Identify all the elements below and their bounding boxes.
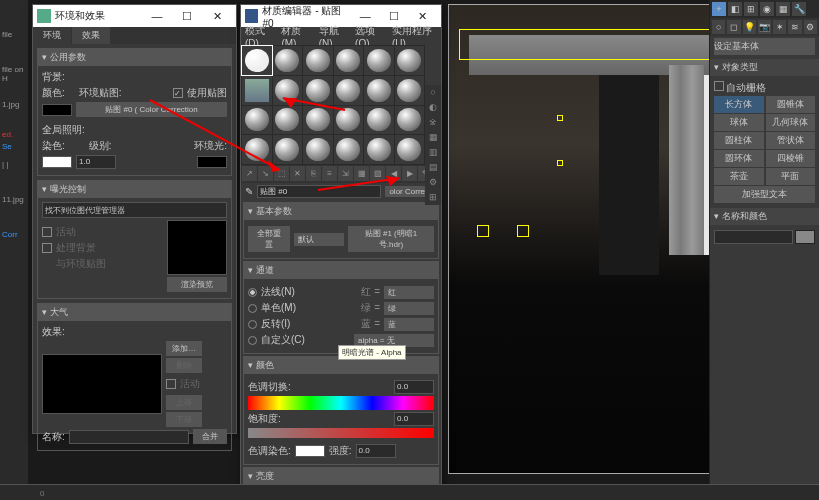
btn-text[interactable]: 加强型文本 <box>714 186 815 203</box>
rollout-atmos[interactable]: 大气 <box>38 304 231 321</box>
fx-active[interactable] <box>166 379 176 389</box>
ch-custom[interactable] <box>248 336 257 345</box>
mat-slot[interactable] <box>303 76 333 105</box>
mat-slot[interactable] <box>395 106 425 135</box>
mat-slot[interactable] <box>334 76 364 105</box>
rollout-namecolor[interactable]: 名称和颜色 <box>710 208 819 225</box>
dock-item[interactable]: 1.jpg <box>2 100 19 109</box>
usemap-check[interactable] <box>173 88 183 98</box>
mat-slot[interactable] <box>364 135 394 164</box>
mat-slot-0[interactable] <box>242 46 272 75</box>
mat-name-input[interactable] <box>257 185 381 198</box>
basic-reset[interactable]: 全部重置 <box>248 226 290 252</box>
rollout-objtype[interactable]: 对象类型 <box>710 59 819 76</box>
basic-map-btn[interactable]: 贴图 #1 (明暗1号.hdr) <box>348 226 434 252</box>
btn-tube[interactable]: 管状体 <box>766 132 816 149</box>
btn-torus[interactable]: 圆环体 <box>714 150 764 167</box>
r-dd[interactable]: 红 <box>384 286 434 299</box>
mat-slot[interactable] <box>334 135 364 164</box>
sub-shape[interactable]: ◻ <box>727 20 740 34</box>
tool-reset[interactable]: ✕ <box>290 166 305 181</box>
expose-active[interactable] <box>42 227 52 237</box>
btn-pyr[interactable]: 四棱锥 <box>766 150 816 167</box>
sub-space[interactable]: ≋ <box>788 20 801 34</box>
fx-merge[interactable]: 合并 <box>193 429 227 444</box>
autogrid-check[interactable] <box>714 81 724 91</box>
btn-cone[interactable]: 圆锥体 <box>766 96 816 113</box>
mat-slot[interactable] <box>242 135 272 164</box>
dock-item[interactable]: | | <box>2 160 8 169</box>
sat-val[interactable]: 0.0 <box>394 412 434 426</box>
mat-slot[interactable] <box>273 106 303 135</box>
sat-slider[interactable] <box>248 428 434 438</box>
rollout-light[interactable]: 亮度 <box>244 468 438 485</box>
mat-slot[interactable] <box>364 106 394 135</box>
tool-gosibling[interactable]: ▶ <box>402 166 417 181</box>
mat-slot[interactable] <box>395 135 425 164</box>
dock-item[interactable]: 11.jpg <box>2 195 24 204</box>
geom-cat-dd[interactable]: 设定基本体 <box>714 38 815 55</box>
render-preview-btn[interactable]: 渲染预览 <box>167 277 227 292</box>
ch-invert[interactable] <box>248 320 257 329</box>
mat-slot-img[interactable] <box>242 76 272 105</box>
tool-showmap[interactable]: ▦ <box>354 166 369 181</box>
sub-sys[interactable]: ⚙ <box>804 20 817 34</box>
mat-slot[interactable] <box>364 46 394 75</box>
g-dd[interactable]: 绿 <box>384 302 434 315</box>
basic-mode-dd[interactable]: 默认 <box>294 233 344 246</box>
btn-box[interactable]: 长方体 <box>714 96 764 113</box>
btn-plane[interactable]: 平面 <box>766 168 816 185</box>
fx-name-input[interactable] <box>69 430 189 444</box>
btn-teapot[interactable]: 茶壶 <box>714 168 764 185</box>
side-opts[interactable]: ⚙ <box>425 175 441 190</box>
tab-util[interactable]: 🔧 <box>792 2 806 16</box>
side-3x2[interactable]: ⊞ <box>425 190 441 205</box>
tool-puttoscene[interactable]: ⇲ <box>338 166 353 181</box>
ambient-swatch[interactable] <box>197 156 227 168</box>
side-pattern[interactable]: ▦ <box>425 130 441 145</box>
ch-normal[interactable] <box>248 288 257 297</box>
dock-item[interactable]: Corr <box>2 230 18 239</box>
tab-modify[interactable]: ◧ <box>728 2 742 16</box>
tab-create[interactable]: + <box>712 2 726 16</box>
btn-sphere[interactable]: 球体 <box>714 114 764 131</box>
tab-effects[interactable]: 效果 <box>72 27 110 44</box>
env-min[interactable]: — <box>142 5 172 27</box>
side-light[interactable]: ※ <box>425 115 441 130</box>
mat-slot[interactable] <box>242 106 272 135</box>
side-sample[interactable]: ○ <box>425 85 441 100</box>
dock-item[interactable]: file <box>2 30 12 39</box>
fx-down[interactable]: 下移 <box>166 412 202 427</box>
mat-slot[interactable] <box>273 76 303 105</box>
tab-motion[interactable]: ◉ <box>760 2 774 16</box>
dock-item[interactable]: ed. <box>2 130 13 139</box>
dock-item[interactable]: Se <box>2 142 12 151</box>
sub-light[interactable]: 💡 <box>743 20 756 34</box>
tab-display[interactable]: ▦ <box>776 2 790 16</box>
fx-add[interactable]: 添加… <box>166 341 202 356</box>
tint-swatch[interactable] <box>42 156 72 168</box>
fx-del[interactable]: 删除 <box>166 358 202 373</box>
btn-cyl[interactable]: 圆柱体 <box>714 132 764 149</box>
tool-get[interactable]: ↗ <box>242 166 257 181</box>
tool-unique[interactable]: ≡ <box>322 166 337 181</box>
mat-slot[interactable] <box>364 76 394 105</box>
expose-ctrl-dd[interactable]: 找不到位图代理管理器 <box>42 202 227 218</box>
tool-assign[interactable]: ⬚ <box>274 166 289 181</box>
mat-slot[interactable] <box>334 46 364 75</box>
mat-slot[interactable] <box>273 135 303 164</box>
picker-icon[interactable]: ✎ <box>245 186 253 197</box>
rollout-basic[interactable]: 基本参数 <box>244 203 438 220</box>
rollout-expose[interactable]: 曝光控制 <box>38 181 231 198</box>
mat-slot[interactable] <box>395 46 425 75</box>
tool-copy[interactable]: ⎘ <box>306 166 321 181</box>
mat-slot[interactable] <box>303 106 333 135</box>
b-dd[interactable]: 蓝 <box>384 318 434 331</box>
env-titlebar[interactable]: 环境和效果 — ☐ ✕ <box>33 5 236 27</box>
hue-val[interactable]: 0.0 <box>394 380 434 394</box>
obj-color[interactable] <box>795 230 815 244</box>
hue-slider[interactable] <box>248 396 434 410</box>
fx-list[interactable] <box>42 354 162 414</box>
tool-goparent[interactable]: ◀ <box>386 166 401 181</box>
mat-slot[interactable] <box>303 46 333 75</box>
